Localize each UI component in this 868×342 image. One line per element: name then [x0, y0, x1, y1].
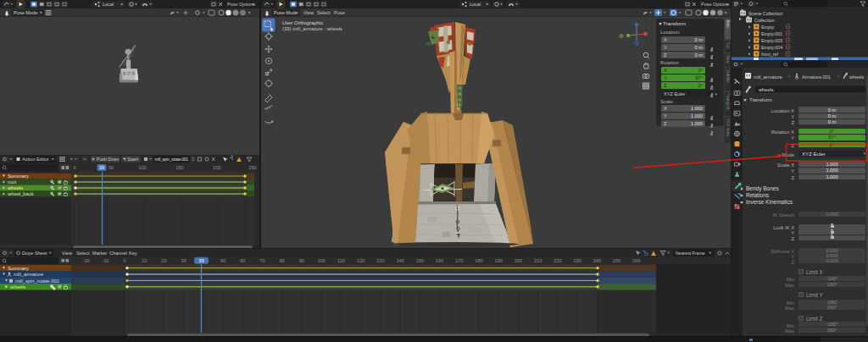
- svg-text:Dope Sheet: Dope Sheet: [22, 251, 47, 256]
- svg-text:Key: Key: [129, 251, 137, 256]
- svg-text:250: 250: [248, 165, 256, 170]
- svg-text:wheels: wheels: [849, 74, 865, 80]
- svg-text:Local: Local: [103, 2, 114, 7]
- svg-text:mill_armature: mill_armature: [14, 272, 43, 277]
- svg-text:mill_armature: mill_armature: [754, 74, 782, 80]
- svg-text:10: 10: [142, 258, 147, 263]
- svg-text:mill_spin_rotate.001: mill_spin_rotate.001: [15, 279, 59, 284]
- svg-text:60: 60: [240, 258, 245, 263]
- svg-text:Pose Options: Pose Options: [701, 2, 729, 7]
- svg-text:Collection: Collection: [754, 18, 775, 23]
- svg-text:Select: Select: [76, 251, 90, 256]
- svg-text:140: 140: [396, 258, 403, 263]
- svg-text:Pose: Pose: [334, 10, 345, 15]
- svg-text:240: 240: [593, 258, 601, 263]
- svg-text:220: 220: [554, 258, 561, 263]
- svg-text:230: 230: [573, 258, 581, 263]
- svg-text:Nearest Frame: Nearest Frame: [676, 251, 705, 256]
- svg-text:Empty: Empty: [761, 25, 775, 30]
- svg-text:User Orthographic: User Orthographic: [282, 20, 323, 25]
- svg-text:0: 0: [123, 258, 125, 263]
- svg-text:View: View: [62, 251, 73, 256]
- svg-text:Pose Options: Pose Options: [227, 2, 255, 7]
- svg-text:View: View: [303, 10, 314, 15]
- svg-text:Local: Local: [470, 2, 481, 7]
- svg-text:120: 120: [357, 258, 364, 263]
- svg-text:Pose Mode: Pose Mode: [274, 10, 298, 15]
- svg-text:160: 160: [436, 258, 443, 263]
- svg-text:190: 190: [495, 258, 503, 263]
- svg-text:wheel_back: wheel_back: [7, 191, 34, 196]
- svg-text:wheels: wheels: [9, 284, 25, 290]
- svg-text:(39) mill_armature : wheels: (39) mill_armature : wheels: [282, 26, 342, 31]
- svg-text:2: 2: [192, 157, 194, 162]
- svg-text:Channel: Channel: [109, 251, 127, 256]
- svg-text:130: 130: [376, 258, 384, 263]
- svg-text:39: 39: [99, 165, 104, 170]
- svg-text:250: 250: [613, 258, 620, 263]
- svg-text:50: 50: [108, 165, 114, 170]
- svg-text:Empty.001: Empty.001: [761, 31, 782, 36]
- svg-text:100: 100: [318, 258, 326, 263]
- svg-text:0: 0: [73, 165, 75, 170]
- svg-text:170: 170: [455, 258, 463, 263]
- svg-text:Action Editor: Action Editor: [22, 157, 49, 162]
- svg-text:Pose Mode: Pose Mode: [14, 10, 37, 15]
- svg-text:Summary: Summary: [8, 266, 29, 271]
- svg-text:-10: -10: [102, 258, 108, 263]
- svg-text:mill_spin_rotate.001: mill_spin_rotate.001: [155, 157, 189, 162]
- svg-text:260: 260: [632, 258, 640, 263]
- svg-text:Scene Collection: Scene Collection: [748, 11, 782, 16]
- svg-text:39: 39: [198, 258, 203, 263]
- svg-text:30: 30: [181, 258, 186, 263]
- svg-text:200: 200: [515, 258, 522, 263]
- svg-text:Push Down: Push Down: [97, 157, 120, 162]
- svg-text:110: 110: [337, 258, 345, 263]
- svg-text:50: 50: [220, 258, 225, 263]
- svg-text:Stash: Stash: [127, 157, 138, 162]
- svg-text:front_ref: front_ref: [761, 52, 779, 57]
- svg-text:90: 90: [299, 258, 304, 263]
- svg-text:210: 210: [534, 258, 542, 263]
- svg-text:70: 70: [259, 258, 264, 263]
- svg-text:Summary: Summary: [8, 174, 29, 179]
- svg-text:wheels: wheels: [758, 87, 774, 92]
- svg-text:Empty.004: Empty.004: [761, 45, 782, 50]
- svg-text:wheels: wheels: [7, 185, 23, 190]
- svg-text:150: 150: [416, 258, 424, 263]
- svg-text:-20: -20: [83, 258, 90, 263]
- svg-text:Armature.001: Armature.001: [802, 74, 831, 80]
- svg-text:100: 100: [138, 165, 146, 170]
- svg-text:Marker: Marker: [92, 251, 108, 256]
- svg-text:180: 180: [475, 258, 482, 263]
- svg-text:80: 80: [280, 258, 285, 263]
- svg-text:Empty.003: Empty.003: [761, 38, 782, 43]
- svg-text:200: 200: [213, 165, 220, 170]
- svg-text:root: root: [8, 179, 16, 185]
- svg-text:Select: Select: [317, 10, 331, 15]
- svg-text:20: 20: [161, 258, 166, 263]
- svg-text:150: 150: [175, 165, 183, 170]
